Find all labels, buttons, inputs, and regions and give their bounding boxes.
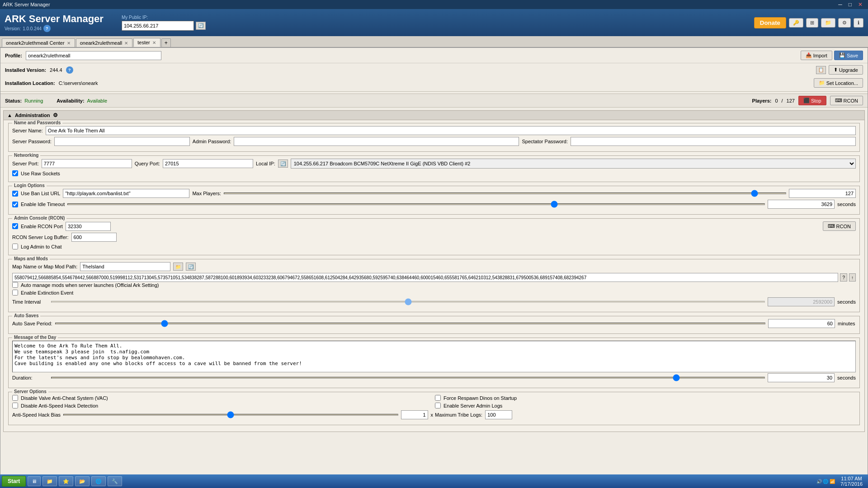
anti-speed-hack-value[interactable] <box>401 410 428 419</box>
max-tribe-logs-input[interactable] <box>485 410 512 419</box>
extinction-checkbox[interactable] <box>12 290 18 296</box>
folder-button[interactable]: 📁 <box>821 18 835 28</box>
version-help-icon[interactable]: ? <box>43 25 51 32</box>
administration-section: ▲ Administration ⚙ Name and Passwords Se… <box>3 110 865 432</box>
query-port-input[interactable] <box>163 159 253 168</box>
enable-admin-logs-checkbox[interactable] <box>435 403 441 408</box>
add-tab-button[interactable]: + <box>161 38 171 47</box>
tab-2-label: tester <box>137 40 150 45</box>
local-ip-refresh-button[interactable]: 🔄 <box>278 160 288 168</box>
copy-version-button[interactable]: 📋 <box>816 66 826 74</box>
taskbar-item-2[interactable]: ⭐ <box>59 476 73 486</box>
tab-1[interactable]: oneark2rulethmeall ✕ <box>76 38 133 47</box>
version-info-icon[interactable]: ? <box>66 66 73 74</box>
auto-manage-mods-checkbox[interactable] <box>12 282 18 288</box>
tab-0-close[interactable]: ✕ <box>66 41 71 46</box>
use-raw-sockets-checkbox[interactable] <box>12 170 18 176</box>
auto-save-slider[interactable] <box>55 323 765 324</box>
upgrade-button[interactable]: ⬆ Upgrade <box>829 65 863 75</box>
idle-timeout-value[interactable] <box>768 200 835 209</box>
duration-slider[interactable] <box>51 377 765 379</box>
local-ip-select[interactable]: 104.255.66.217 Broadcom BCM5709C NetXtre… <box>291 159 856 169</box>
max-players-slider[interactable] <box>224 192 786 194</box>
status-right: Players: 0 / 127 ⬛ Stop ⌨ RCON <box>752 96 863 105</box>
key-button[interactable]: 🔑 <box>789 18 803 28</box>
tab-2-close[interactable]: ✕ <box>152 40 156 45</box>
use-raw-sockets-label: Use Raw Sockets <box>21 171 60 176</box>
maximize-button[interactable]: □ <box>846 1 854 8</box>
disable-speed-hack-row: Disable Anti-Speed Hack Detection <box>12 403 433 408</box>
force-respawn-checkbox[interactable] <box>435 395 441 401</box>
map-browse-button[interactable]: 📁 <box>173 263 183 271</box>
profile-input[interactable] <box>26 51 161 60</box>
taskbar-item-5[interactable]: 🔧 <box>108 476 122 486</box>
use-ban-list-checkbox[interactable] <box>12 191 18 197</box>
ban-list-url-input[interactable] <box>63 189 189 198</box>
taskbar-item-3[interactable]: 📂 <box>75 476 90 486</box>
idle-timeout-slider[interactable] <box>67 203 765 205</box>
mod-ids-help-button[interactable]: ? <box>840 273 847 282</box>
tab-1-close[interactable]: ✕ <box>124 41 128 46</box>
import-button[interactable]: 📥 Import <box>801 51 832 60</box>
administration-gear-icon[interactable]: ⚙ <box>53 112 58 118</box>
mod-ids-input[interactable] <box>12 273 838 282</box>
taskbar-item-1[interactable]: 📁 <box>42 476 57 486</box>
idle-timeout-checkbox[interactable] <box>12 202 18 207</box>
motd-textarea[interactable]: Welcome to One Ark To Rule Them All. We … <box>12 341 856 372</box>
taskbar-item-0[interactable]: 🖥 <box>28 476 41 486</box>
duration-value[interactable] <box>768 373 835 382</box>
disable-speed-hack-checkbox[interactable] <box>12 403 18 408</box>
disable-vac-row: Disable Valve Anti-Cheat System (VAC) <box>12 395 433 401</box>
time-interval-value[interactable] <box>768 297 835 306</box>
server-opts-grid: Disable Valve Anti-Cheat System (VAC) Di… <box>12 395 856 421</box>
collapse-icon: ▲ <box>7 113 12 118</box>
mod-ids-up-button[interactable]: ↑ <box>849 273 856 282</box>
enable-rcon-checkbox[interactable] <box>12 223 18 229</box>
map-path-input[interactable] <box>80 262 170 271</box>
map-refresh-button[interactable]: 🔄 <box>186 263 196 271</box>
save-button[interactable]: 💾 Save <box>834 51 863 60</box>
log-admin-checkbox[interactable] <box>12 244 18 249</box>
tab-0[interactable]: oneark2rulethmeall Center ✕ <box>2 38 75 47</box>
info-button[interactable]: ℹ <box>854 18 863 28</box>
administration-header[interactable]: ▲ Administration ⚙ <box>4 111 864 120</box>
server-name-input[interactable] <box>46 126 856 135</box>
location-right: 📁 Set Location... <box>814 78 863 88</box>
stop-button[interactable]: ⬛ Stop <box>798 96 826 105</box>
settings-button[interactable]: ⚙ <box>838 18 851 28</box>
auto-save-value[interactable] <box>768 319 835 328</box>
minimize-button[interactable]: ─ <box>835 1 845 8</box>
taskbar-item-4[interactable]: 🌐 <box>91 476 106 486</box>
public-ip-input[interactable] <box>122 21 194 31</box>
rcon-button[interactable]: ⌨ RCON <box>830 96 863 105</box>
stop-label: Stop <box>811 98 821 103</box>
start-button[interactable]: Start <box>2 476 26 487</box>
anti-speed-hack-slider[interactable] <box>63 414 398 416</box>
enable-admin-logs-label: Enable Server Admin Logs <box>443 403 502 408</box>
rcon-connect-button[interactable]: ⌨ RCON <box>823 221 856 231</box>
refresh-ip-button[interactable]: 🔄 <box>196 22 206 30</box>
rcon-log-input[interactable] <box>71 233 117 242</box>
tab-2[interactable]: tester ✕ <box>133 38 160 47</box>
admin-password-input[interactable] <box>234 137 519 146</box>
name-passwords-group: Name and Passwords Server Name: Server P… <box>8 123 860 152</box>
time-interval-label: Time Interval <box>12 299 48 305</box>
name-passwords-title: Name and Passwords <box>12 120 62 125</box>
max-players-value[interactable] <box>789 189 856 198</box>
administration-title: Administration <box>15 113 50 118</box>
time-interval-slider[interactable] <box>51 301 765 303</box>
spectator-password-input[interactable] <box>571 137 856 146</box>
content-area: Profile: 📥 Import 💾 Save Installed Versi… <box>0 47 868 487</box>
server-password-input[interactable] <box>54 137 190 146</box>
close-button[interactable]: ✕ <box>855 1 865 8</box>
server-port-input[interactable] <box>42 159 132 168</box>
ban-list-row: Use Ban List URL Max Players: <box>12 189 856 198</box>
monitor-button[interactable]: ⊞ <box>806 18 818 28</box>
rcon-log-row: RCON Server Log Buffer: <box>12 233 856 242</box>
rcon-port-input[interactable] <box>66 222 111 231</box>
tab-0-label: oneark2rulethmeall Center <box>6 40 65 46</box>
donate-button[interactable]: Donate <box>754 17 786 28</box>
disable-vac-checkbox[interactable] <box>12 395 18 401</box>
set-location-button[interactable]: 📁 Set Location... <box>814 78 863 88</box>
server-port-label: Server Port: <box>12 161 39 166</box>
